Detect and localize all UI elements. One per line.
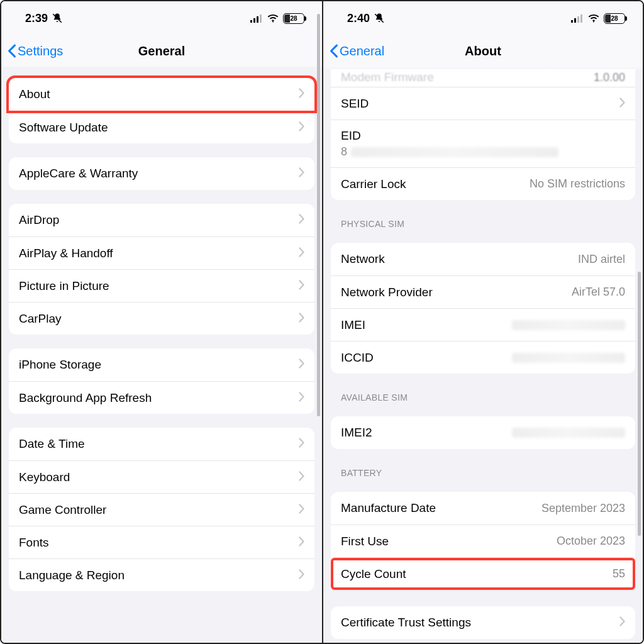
status-time: 2:40 <box>347 12 370 25</box>
chevron-right-icon <box>299 87 304 101</box>
pane-about: 2:40 28 General About Modem Firmware1.0.… <box>322 1 643 643</box>
settings-group: iPhone StorageBackground App Refresh <box>9 348 314 414</box>
list-row[interactable]: Background App Refresh <box>9 381 314 414</box>
settings-group: AboutSoftware Update <box>9 78 314 143</box>
scroll-indicator <box>638 272 641 536</box>
row-label: Background App Refresh <box>19 391 152 405</box>
chevron-right-icon <box>299 247 304 260</box>
row-value: IND airtel <box>578 253 625 266</box>
back-button[interactable]: General <box>330 35 384 67</box>
list-row[interactable]: Picture in Picture <box>9 269 314 302</box>
back-button[interactable]: Settings <box>8 35 63 67</box>
row-label: Fonts <box>19 536 49 550</box>
status-bar: 2:39 28 <box>1 1 322 35</box>
battery-icon: 28 <box>604 13 625 24</box>
list-row: Cycle Count55 <box>331 557 635 590</box>
chevron-right-icon <box>299 536 304 550</box>
row-value: October 2023 <box>557 535 625 548</box>
settings-group: AppleCare & Warranty <box>9 157 314 190</box>
list-row[interactable]: Fonts <box>9 526 314 558</box>
row-label: CarPlay <box>19 312 62 326</box>
battery-icon: 28 <box>283 13 304 24</box>
list-row[interactable]: Language & Region <box>9 558 314 591</box>
list-row[interactable]: Keyboard <box>9 460 314 493</box>
list-row: IMEI <box>331 308 635 341</box>
svg-rect-7 <box>571 20 573 23</box>
chevron-right-icon <box>299 569 304 582</box>
cellular-icon <box>571 14 584 23</box>
list-row[interactable]: SEID <box>331 87 635 119</box>
row-value: No SIM restrictions <box>530 177 625 191</box>
wifi-icon <box>587 14 600 23</box>
row-label: First Use <box>341 535 389 548</box>
chevron-right-icon <box>299 503 304 517</box>
row-label: ICCID <box>341 351 374 365</box>
silent-icon <box>374 13 385 24</box>
list-row: Modem Firmware1.0.00 <box>331 69 635 87</box>
list-row[interactable]: AirDrop <box>9 204 314 236</box>
wifi-icon <box>267 14 279 23</box>
row-value-redacted <box>512 320 625 330</box>
chevron-right-icon <box>299 358 304 372</box>
list-row[interactable]: Certificate Trust Settings <box>331 606 635 639</box>
row-value-redacted <box>512 428 625 438</box>
nav-bar: Settings General <box>1 35 322 67</box>
row-label: Cycle Count <box>341 567 406 581</box>
content-scroll[interactable]: Modem Firmware1.0.00SEIDEID8Carrier Lock… <box>323 67 643 643</box>
chevron-right-icon <box>299 391 304 405</box>
row-label: AirDrop <box>19 213 59 227</box>
list-row[interactable]: Game Controller <box>9 493 314 526</box>
svg-rect-10 <box>580 14 582 23</box>
back-label: General <box>340 44 384 58</box>
list-row: Manufacture DateSeptember 2023 <box>331 492 635 525</box>
row-label: AirPlay & Handoff <box>19 247 113 260</box>
settings-group: Manufacture DateSeptember 2023First UseO… <box>331 492 635 590</box>
list-row[interactable]: CarPlay <box>9 302 314 335</box>
content-scroll[interactable]: AboutSoftware UpdateAppleCare & Warranty… <box>1 67 322 643</box>
settings-group: IMEI2 <box>331 416 635 449</box>
row-label: SEID <box>341 97 369 111</box>
row-label: IMEI2 <box>341 426 372 440</box>
status-bar: 2:40 28 <box>323 1 643 35</box>
row-label: Date & Time <box>19 437 85 451</box>
nav-bar: General About <box>323 35 643 67</box>
row-label: Network <box>341 252 385 266</box>
list-row: EID8 <box>331 119 635 167</box>
list-row[interactable]: AirPlay & Handoff <box>9 236 314 269</box>
list-row: NetworkIND airtel <box>331 243 635 275</box>
svg-point-11 <box>593 21 594 22</box>
row-value-redacted <box>512 353 625 363</box>
row-label: About <box>19 87 50 101</box>
silent-icon <box>52 13 63 24</box>
chevron-right-icon <box>299 121 304 135</box>
pane-general: 2:39 28 Settings General AboutSoftware U… <box>1 1 322 643</box>
list-row[interactable]: AppleCare & Warranty <box>9 157 314 190</box>
row-label: Game Controller <box>19 503 106 517</box>
back-label: Settings <box>18 44 63 58</box>
row-value: AirTel 57.0 <box>572 286 625 299</box>
row-label: Language & Region <box>19 569 125 582</box>
list-row: Carrier LockNo SIM restrictions <box>331 167 635 200</box>
row-label: Carrier Lock <box>341 177 406 191</box>
row-value: 55 <box>613 567 625 580</box>
settings-group: Date & TimeKeyboardGame ControllerFontsL… <box>9 428 314 591</box>
row-label: Network Provider <box>341 286 433 299</box>
row-label: Manufacture Date <box>341 501 436 515</box>
list-row[interactable]: iPhone Storage <box>9 348 314 381</box>
row-label: Software Update <box>19 121 108 135</box>
row-label: Picture in Picture <box>19 279 109 293</box>
svg-rect-4 <box>260 14 262 23</box>
list-row[interactable]: Software Update <box>9 111 314 143</box>
chevron-right-icon <box>299 279 304 293</box>
svg-rect-9 <box>577 16 579 23</box>
page-title: About <box>465 44 501 58</box>
list-row[interactable]: Date & Time <box>9 428 314 460</box>
row-label: EID <box>341 129 361 143</box>
chevron-right-icon <box>299 167 304 180</box>
chevron-right-icon <box>299 437 304 451</box>
page-title: General <box>138 44 185 58</box>
list-row[interactable]: About <box>9 78 314 111</box>
row-value: 8 <box>341 145 558 158</box>
row-value: September 2023 <box>541 502 625 515</box>
list-row: ICCID <box>331 341 635 374</box>
